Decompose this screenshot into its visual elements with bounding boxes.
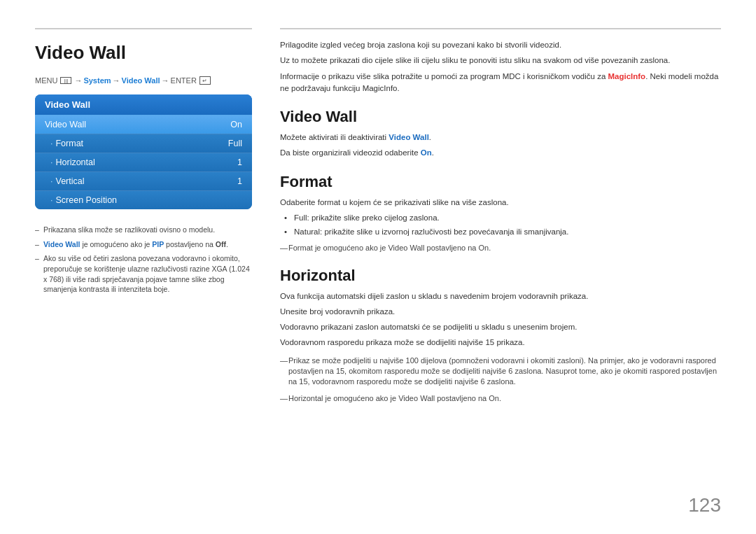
note-1-text: Prikazana slika može se razlikovati ovis… bbox=[43, 225, 215, 234]
menu-item-screen-position-label: ·Screen Position bbox=[50, 195, 117, 205]
horiz-note-on: On bbox=[489, 394, 499, 402]
menu-path: MENU ||| → System → Video Wall → ENTER ↵ bbox=[35, 76, 252, 85]
horiz-note-bold: Horizontal bbox=[288, 394, 323, 402]
menu-item-format-label: ·Format bbox=[50, 139, 83, 148]
menu-item-horizontal-value: 1 bbox=[237, 157, 242, 167]
video-wall-label: Video Wall bbox=[122, 76, 160, 85]
menu-item-horizontal[interactable]: ·Horizontal 1 bbox=[35, 153, 252, 171]
menu-box-header: Video Wall bbox=[35, 94, 252, 115]
note-item-2: Video Wall je omogućeno ako je PIP posta… bbox=[35, 239, 252, 250]
note-3-text: Ako su više od četiri zaslona povezana v… bbox=[43, 254, 250, 293]
vw-text-2: Da biste organizirali videozid odaberite… bbox=[280, 147, 721, 159]
page-title: Video Wall bbox=[35, 42, 252, 64]
menu-item-screen-position[interactable]: ·Screen Position bbox=[35, 190, 252, 209]
format-note-vw: Video Wall bbox=[388, 244, 424, 252]
intro-line-2: Uz to možete prikazati dio cijele slike … bbox=[280, 55, 721, 66]
notes-section: Prikazana slika može se razlikovati ovis… bbox=[35, 225, 252, 299]
page-number: 123 bbox=[688, 494, 721, 517]
horiz-text-3: Vodoravno prikazani zaslon automatski će… bbox=[280, 321, 721, 333]
format-bullet-2: Natural: prikažite slike u izvornoj razl… bbox=[294, 226, 721, 238]
horiz-note-vw: Video Wall bbox=[398, 394, 435, 402]
section-title-video-wall: Video Wall bbox=[280, 108, 721, 126]
vw-text-1: Možete aktivirati ili deaktivirati Video… bbox=[280, 132, 721, 143]
note-2-text: Video Wall je omogućeno ako je PIP posta… bbox=[43, 240, 228, 248]
left-column: Video Wall MENU ||| → System → Video Wal… bbox=[35, 28, 252, 506]
menu-item-format-value: Full bbox=[228, 139, 242, 148]
system-label: System bbox=[83, 76, 111, 85]
top-decorative-line bbox=[35, 28, 252, 29]
enter-icon: ↵ bbox=[200, 76, 211, 85]
horiz-text-1: Ova funkcija automatski dijeli zaslon u … bbox=[280, 290, 721, 302]
menu-item-video-wall-label: Video Wall bbox=[45, 120, 86, 129]
enter-label: ENTER bbox=[171, 76, 197, 85]
horiz-text-4: Vodoravnom rasporedu prikaza može se dod… bbox=[280, 337, 721, 349]
right-top-line bbox=[280, 28, 721, 29]
horiz-text-2: Unesite broj vodoravnih prikaza. bbox=[280, 306, 721, 318]
menu-label: MENU bbox=[35, 76, 57, 85]
format-note-bold: Format bbox=[288, 244, 313, 252]
menu-item-video-wall-value: On bbox=[230, 120, 242, 129]
format-note-on: On bbox=[479, 244, 489, 252]
format-bullet-1: Full: prikažite slike preko cijelog zasl… bbox=[294, 212, 721, 224]
section-title-horizontal: Horizontal bbox=[280, 267, 721, 285]
right-column: Prilagodite izgled većeg broja zaslona k… bbox=[280, 28, 721, 506]
note-item-1: Prikazana slika može se razlikovati ovis… bbox=[35, 225, 252, 235]
format-note: Format je omogućeno ako je Video Wall po… bbox=[280, 243, 721, 253]
horiz-note-2: Horizontal je omogućeno ako je Video Wal… bbox=[280, 393, 721, 404]
menu-box: Video Wall Video Wall On ·Format Full ·H… bbox=[35, 94, 252, 209]
menu-item-horizontal-label: ·Horizontal bbox=[50, 157, 95, 167]
arrow2: → bbox=[113, 76, 120, 85]
arrow3: → bbox=[162, 76, 169, 85]
format-text-1: Odaberite format u kojem će se prikaziva… bbox=[280, 197, 721, 209]
intro-line-1: Prilagodite izgled većeg broja zaslona k… bbox=[280, 39, 721, 51]
menu-item-vertical-label: ·Vertical bbox=[50, 176, 84, 186]
note-item-3: Ako su više od četiri zaslona povezana v… bbox=[35, 253, 252, 295]
section-title-format: Format bbox=[280, 173, 721, 191]
format-full-label: Full bbox=[294, 213, 307, 222]
horiz-note-1: Prikaz se može podijeliti u najviše 100 … bbox=[280, 356, 721, 388]
arrow1: → bbox=[74, 76, 82, 85]
menu-item-vertical[interactable]: ·Vertical 1 bbox=[35, 171, 252, 190]
menu-icon: ||| bbox=[60, 77, 71, 84]
intro-line-3: Informacije o prikazu više slika potraži… bbox=[280, 71, 721, 95]
menu-item-video-wall[interactable]: Video Wall On bbox=[35, 115, 252, 134]
menu-item-format[interactable]: ·Format Full bbox=[35, 134, 252, 153]
menu-item-vertical-value: 1 bbox=[237, 176, 242, 186]
format-natural-label: Natural bbox=[294, 227, 320, 236]
